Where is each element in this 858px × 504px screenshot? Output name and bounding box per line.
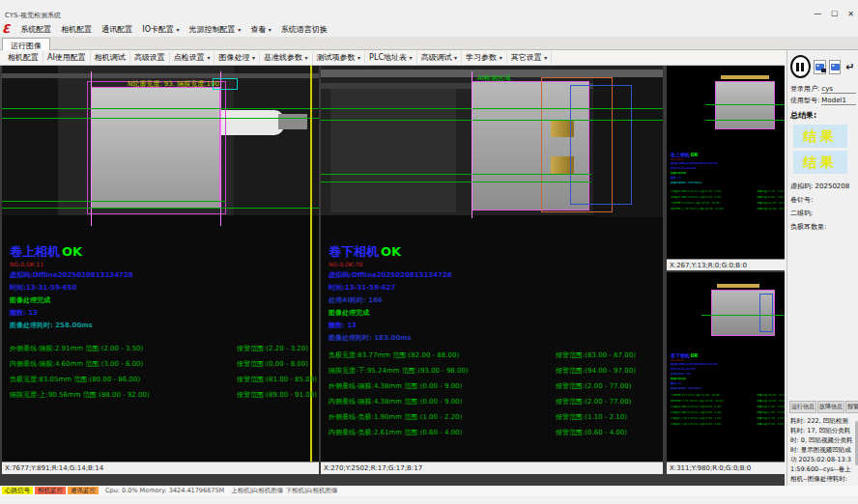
result-box-upper: 结果 bbox=[793, 125, 847, 148]
camera-view-upper[interactable]: N轮廓宽度: 93. 隔膜宽度:100 卷上相机OK NG:0,OK:11 虚拟… bbox=[2, 66, 319, 462]
info-field: 负极耳数量: bbox=[787, 218, 858, 232]
return-arrow-icon: ↵ bbox=[845, 62, 854, 72]
toolbar-item[interactable]: 高级设置 bbox=[130, 51, 170, 64]
toolbar-item[interactable]: 基准线参数 ▾ bbox=[260, 51, 313, 64]
green-baseline bbox=[2, 108, 319, 109]
time-line: 时间:13-31-59-650 bbox=[10, 283, 319, 293]
width-annotation: N轮廓宽度: 93. 隔膜宽度:100 bbox=[128, 79, 219, 89]
toolbar-item[interactable]: AI使用配置 bbox=[43, 51, 91, 64]
measurement-row: 内侧基线-隔膜:4.60mm 范围:(3.00 - 6.00) 报警范围:(0.… bbox=[671, 195, 785, 199]
measurement-row: 内侧基线-隔膜:4.38mm 范围:(0.00 - 9.00) 报警范围:(2.… bbox=[329, 397, 663, 406]
measurement-row: 外侧基线-隔膜:2.91mm 范围:(2.00 - 3.50) 报警范围:(2.… bbox=[671, 189, 785, 193]
yellow-marker bbox=[721, 75, 769, 79]
measurement-list: 外侧基线-隔膜:2.91mm 范围:(2.00 - 3.50) 报警范围:(2.… bbox=[10, 344, 319, 400]
green-baseline bbox=[321, 174, 591, 175]
measurement-row: 外侧基线-隔膜:4.38mm 范围:(0.00 - 9.00) 报警范围:(2.… bbox=[329, 381, 663, 391]
log-tab[interactable]: 报警信息 bbox=[845, 401, 858, 413]
login-user-value[interactable]: cys bbox=[821, 85, 856, 94]
turns-line: 圈数: 13 bbox=[329, 321, 663, 330]
green-baseline bbox=[321, 182, 591, 182]
thumbnail-upper-overlay: 卷上相机OK NG:0,OK:11 虚拟码:Offline20250208131… bbox=[671, 151, 785, 210]
battery-cell-thumb bbox=[715, 81, 775, 129]
toolbar-item[interactable]: PLC地址表 ▾ bbox=[365, 51, 416, 64]
title-bar: CYS-视觉检测系统 — ☐ ✕ bbox=[0, 0, 858, 21]
measurement-row: 隔膜宽度-下:95.24mm 范围:(93.00 - 98.00) 报警范围:(… bbox=[329, 366, 663, 376]
alarm-range: 报警范围:(0.00 - 8.00) bbox=[237, 359, 308, 369]
main-area: N轮廓宽度: 93. 隔膜宽度:100 卷上相机OK NG:0,OK:11 虚拟… bbox=[0, 66, 785, 486]
menu-item[interactable]: IO卡配置 ▾ bbox=[137, 22, 184, 37]
cpu-memory-text: Cpu: 0.0% Memory: 3424.41796875M bbox=[105, 487, 224, 494]
result-ok-label: OK bbox=[62, 244, 82, 259]
log-tab[interactable]: 运行信息 bbox=[789, 401, 816, 413]
tab-run-image[interactable]: 运行图像 bbox=[2, 38, 50, 50]
image-capture-button[interactable] bbox=[814, 60, 826, 74]
toolbar-items: 相机配置 AI使用配置 相机调试 高级设置 点检设置 ▾ 图像处理 ▾ 基准线参… bbox=[4, 51, 552, 64]
thumbnail-lower-overlay: 卷下相机OK NG:0,OK:70 虚拟码:Offline20250208131… bbox=[671, 351, 785, 426]
image-view-button[interactable] bbox=[829, 60, 842, 74]
green-baseline bbox=[2, 208, 319, 209]
measurement-row: 内侧基线-隔膜:4.60mm 范围:(3.00 - 6.00) 报警范围:(0.… bbox=[10, 359, 319, 369]
alarm-range: 报警范围:(2.00 - 77.00) bbox=[556, 381, 631, 391]
alarm-range: 报警范围:(83.00 - 87.00) bbox=[556, 350, 636, 360]
measurement-row: 负极宽度:83.77mm 范围:(82.00 - 88.00) 报警范围:(83… bbox=[329, 350, 663, 360]
measurement-value: 外侧基线-负极:1.90mm 范围:(1.00 - 2.20) bbox=[671, 416, 757, 420]
alarm-range: 报警范围:(0.60 - 4.00) bbox=[757, 422, 784, 426]
chevron-down-icon: ▾ bbox=[454, 54, 457, 61]
alarm-range: 报警范围:(81.00 - 85.00) bbox=[757, 201, 785, 205]
camera-view-lower[interactable]: AI检测区域 卷下相机OK NG:0,OK:70 虚拟码:Offline2025… bbox=[321, 66, 663, 462]
status-badges: 心跳信号 相机监控 通讯监控 bbox=[2, 487, 99, 494]
toolbar-item[interactable]: 高级调试 ▾ bbox=[417, 51, 463, 64]
magenta-roi-rect bbox=[87, 81, 226, 214]
measurement-value: 外侧基线-负极:1.90mm 范围:(1.00 - 2.20) bbox=[329, 412, 556, 422]
toolbar-item[interactable]: 学习参数 ▾ bbox=[462, 51, 507, 64]
login-user-field: 登录用户: cys bbox=[787, 82, 858, 94]
pink-guide-line bbox=[91, 71, 92, 226]
menu-item[interactable]: 查看 ▾ bbox=[245, 22, 276, 37]
toolbar-item[interactable]: 点检设置 ▾ bbox=[170, 51, 215, 64]
toolbar-item[interactable]: 其它设置 ▾ bbox=[507, 51, 553, 64]
app-statusbar: 心跳信号 相机监控 通讯监控 Cpu: 0.0% Memory: 3424.41… bbox=[0, 486, 858, 495]
log-text: 耗时: 222, 凹陷检测耗时: 17, 凹陷分类耗时: 0, 凹陷视频分类耗时… bbox=[787, 413, 858, 494]
measurement-list: 外侧基线-隔膜:2.91mm 范围:(2.00 - 3.50) 报警范围:(2.… bbox=[671, 189, 785, 210]
menu-item[interactable]: 系统语言切换 bbox=[276, 22, 332, 37]
pause-button[interactable] bbox=[790, 55, 811, 78]
log-tab[interactable]: 故障信息 bbox=[817, 401, 844, 413]
measurement-row: 内侧基线-负极:2.61mm 范围:(0.60 - 4.00) 报警范围:(0.… bbox=[329, 428, 663, 437]
elapsed-line: 图像处理耗时: 183.00ms bbox=[671, 386, 785, 390]
time-line: 时间:13-31-59-650 bbox=[671, 166, 785, 170]
ng-ok-count: NG:0,OK:11 bbox=[10, 261, 319, 267]
menu-item[interactable]: 通讯配置 bbox=[97, 22, 137, 37]
toolbar-item[interactable]: 测试项参数 ▾ bbox=[313, 51, 366, 64]
model-value[interactable]: Model1 bbox=[821, 97, 856, 105]
alarm-range: 报警范围:(89.00 - 91.00) bbox=[237, 390, 317, 400]
ng-ok-count: NG:0,OK:11 bbox=[671, 158, 785, 161]
machine-rail bbox=[2, 73, 319, 78]
process-done-line: 图像处理完成 bbox=[10, 295, 319, 305]
alarm-range: 报警范围:(81.00 - 85.00) bbox=[237, 375, 317, 384]
image-icon bbox=[831, 64, 840, 70]
measurement-value: 外侧基线-隔膜:2.91mm 范围:(2.00 - 3.50) bbox=[671, 189, 757, 193]
elapsed-line: 图像处理耗时: 183.00ms bbox=[329, 333, 663, 343]
toolbar-item[interactable]: 相机配置 bbox=[4, 51, 43, 64]
close-button[interactable]: ✕ bbox=[847, 10, 854, 18]
menu-item[interactable]: 相机配置 bbox=[56, 22, 97, 37]
info-field: 二维码: bbox=[787, 205, 858, 218]
pink-guide-line bbox=[220, 71, 221, 226]
toolbar-item[interactable]: 图像处理 ▾ bbox=[214, 51, 260, 64]
return-button[interactable]: ↵ bbox=[844, 60, 856, 74]
tab-row: 运行图像 bbox=[0, 37, 858, 50]
status-badge: 相机监控 bbox=[35, 487, 66, 494]
ai-region-label: AI检测区域 bbox=[477, 73, 511, 83]
turns-line: 圈数: 13 bbox=[10, 308, 319, 318]
toolbar-item[interactable]: 相机调试 bbox=[91, 51, 130, 64]
measurement-value: 外侧基线-隔膜:4.38mm 范围:(0.00 - 9.00) bbox=[329, 381, 556, 391]
chevron-down-icon: ▾ bbox=[238, 26, 241, 33]
time-line: 时间:13-31-59-627 bbox=[329, 283, 663, 293]
maximize-button[interactable]: ☐ bbox=[831, 10, 838, 18]
thumbnail-upper-view[interactable]: 卷上相机OK NG:0,OK:11 虚拟码:Offline20250208131… bbox=[667, 66, 785, 259]
menu-item[interactable]: 光源控制配置 ▾ bbox=[185, 22, 246, 37]
upper-view-statusbar: X:7677;Y:891;R:14;G:14;B:14 bbox=[2, 462, 319, 474]
minimize-button[interactable]: — bbox=[814, 10, 821, 18]
thumbnail-lower-view[interactable]: 卷下相机OK NG:0,OK:70 虚拟码:Offline20250208131… bbox=[667, 272, 785, 462]
menu-item[interactable]: 系统配置 bbox=[15, 22, 56, 37]
